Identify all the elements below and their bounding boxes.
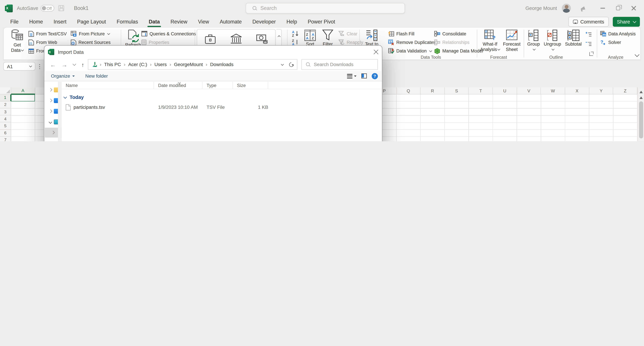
dialog-title-bar[interactable]: X Import Data: [44, 46, 382, 58]
tab-insert[interactable]: Insert: [48, 16, 72, 27]
breadcrumb-item-acerc[interactable]: Acer (C:): [128, 62, 147, 67]
tab-file[interactable]: File: [5, 16, 24, 27]
file-column-header-size[interactable]: Size: [233, 81, 268, 89]
from-text-csv-button[interactable]: From Text/CSV: [28, 29, 67, 38]
autosave-switch-icon[interactable]: Off: [41, 5, 54, 11]
column-header-u[interactable]: U: [493, 87, 517, 94]
tab-review[interactable]: Review: [165, 16, 193, 27]
row-header-5[interactable]: 5: [0, 123, 11, 130]
column-header-a[interactable]: A: [11, 87, 35, 94]
row-header-4[interactable]: 4: [0, 115, 11, 123]
ungroup-button[interactable]: Ungroup: [542, 29, 562, 50]
relationships-button[interactable]: Relationships: [434, 38, 470, 46]
file-column-header-name[interactable]: Name: [62, 81, 154, 89]
dialog-search-box[interactable]: Search Downloads: [302, 59, 378, 70]
tab-power-pivot[interactable]: Power Pivot: [302, 16, 340, 27]
column-header-t[interactable]: T: [469, 87, 493, 94]
scroll-up-icon-2[interactable]: [640, 97, 643, 99]
active-cell-a1[interactable]: [11, 94, 35, 101]
column-header-v[interactable]: V: [517, 87, 541, 94]
tab-data[interactable]: Data: [144, 16, 165, 27]
address-bar[interactable]: ›This PC›Acer (C:)›Users›GeorgeMount›Dow…: [88, 59, 297, 70]
row-header-3[interactable]: 3: [0, 108, 11, 115]
view-mode-button[interactable]: [347, 74, 356, 78]
data-validation-button[interactable]: Data Validation: [388, 47, 432, 55]
consolidate-button[interactable]: Consolidate: [434, 29, 466, 38]
tab-developer[interactable]: Developer: [247, 16, 281, 27]
name-box-dropdown-icon[interactable]: [29, 64, 32, 67]
organize-button[interactable]: Organize: [51, 73, 75, 78]
tab-view[interactable]: View: [193, 16, 214, 27]
share-button[interactable]: Share: [613, 17, 640, 27]
group-button[interactable]: Group: [525, 29, 542, 50]
group-collapse-icon[interactable]: [64, 95, 67, 98]
outline-dialog-launcher[interactable]: [589, 52, 593, 56]
breadcrumb-item-downloads[interactable]: Downloads: [210, 62, 234, 67]
tab-formulas[interactable]: Formulas: [111, 16, 144, 27]
preview-pane-icon[interactable]: [362, 73, 367, 78]
remove-duplicates-button[interactable]: Remove Duplicates: [388, 38, 436, 46]
restore-button[interactable]: [613, 0, 624, 16]
tab-home[interactable]: Home: [24, 16, 48, 27]
column-header-r[interactable]: R: [420, 87, 445, 94]
dialog-close-icon[interactable]: [373, 49, 379, 55]
flash-fill-button[interactable]: Flash Fill: [388, 29, 414, 38]
row-header-6[interactable]: 6: [0, 130, 11, 137]
refresh-address-icon[interactable]: [288, 61, 295, 68]
row-header-7[interactable]: 7: [0, 137, 11, 141]
file-row[interactable]: participants.tsv1/9/2023 10:10 AMTSV Fil…: [62, 102, 382, 112]
data-analysis-button[interactable]: Data Analysis: [600, 29, 636, 38]
column-header-z[interactable]: Z: [613, 87, 638, 94]
coming-soon-icon[interactable]: [580, 4, 587, 12]
row-header-2[interactable]: 2: [0, 101, 11, 108]
tab-page-layout[interactable]: Page Layout: [72, 16, 111, 27]
sort-ascending-button[interactable]: AZ: [292, 29, 299, 38]
tab-automate[interactable]: Automate: [214, 16, 247, 27]
column-header-q[interactable]: Q: [396, 87, 420, 94]
column-header-y[interactable]: Y: [589, 87, 614, 94]
vertical-scrollbar[interactable]: [638, 87, 644, 141]
user-name[interactable]: George Mount: [526, 5, 557, 11]
what-if-analysis-button[interactable]: ? What-If Analysis: [479, 29, 500, 52]
file-column-header-date-modified[interactable]: Date modified: [154, 81, 202, 89]
vertical-scroll-thumb[interactable]: [639, 101, 643, 138]
search-box[interactable]: Search: [246, 3, 405, 13]
minimize-button[interactable]: [597, 0, 608, 16]
filter-button[interactable]: Filter: [320, 29, 336, 47]
from-picture-button[interactable]: From Picture: [70, 29, 110, 38]
gallery-scroll-up-icon[interactable]: [278, 35, 280, 38]
solver-button[interactable]: ? Solver: [600, 38, 621, 46]
chevron-right-icon[interactable]: [49, 110, 52, 113]
tab-help[interactable]: Help: [281, 16, 302, 27]
file-column-header-type[interactable]: Type: [202, 81, 233, 89]
manage-data-model-button[interactable]: Manage Data Model: [434, 47, 483, 55]
formula-bar-handle[interactable]: [39, 64, 40, 69]
help-icon[interactable]: ?: [372, 73, 378, 79]
column-header-w[interactable]: W: [541, 87, 565, 94]
avatar[interactable]: [562, 4, 571, 13]
select-all-corner[interactable]: [0, 87, 11, 94]
comments-button[interactable]: Comments: [568, 17, 608, 27]
up-button[interactable]: ↑: [81, 61, 84, 68]
address-dropdown-icon[interactable]: [281, 62, 284, 65]
breadcrumb-item-georgemount[interactable]: GeorgeMount: [174, 62, 203, 67]
collapse-ribbon-icon[interactable]: [635, 52, 640, 57]
file-group-today[interactable]: Today: [62, 92, 382, 102]
new-folder-button[interactable]: New folder: [85, 73, 108, 78]
hide-detail-button[interactable]: [585, 40, 592, 48]
chevron-right-icon[interactable]: [51, 131, 54, 134]
row-header-1[interactable]: 1: [0, 94, 11, 101]
column-header-x[interactable]: X: [565, 87, 589, 94]
show-detail-button[interactable]: [585, 30, 592, 38]
refresh-all-button[interactable]: Refresh: [123, 29, 143, 48]
name-box[interactable]: A1: [3, 62, 36, 71]
clear-filter-button[interactable]: Clear: [338, 29, 358, 38]
queries-connections-button[interactable]: Queries & Connections: [141, 29, 196, 38]
tree-scrollbar[interactable]: [58, 82, 61, 141]
chevron-right-icon[interactable]: [49, 99, 52, 102]
get-data-button[interactable]: Get Data: [8, 29, 27, 53]
subtotal-button[interactable]: Subtotal: [563, 29, 584, 47]
chevron-down-icon[interactable]: [49, 120, 52, 124]
autosave-toggle[interactable]: AutoSave Off: [17, 5, 54, 11]
breadcrumb-item-thispc[interactable]: This PC: [104, 62, 121, 67]
